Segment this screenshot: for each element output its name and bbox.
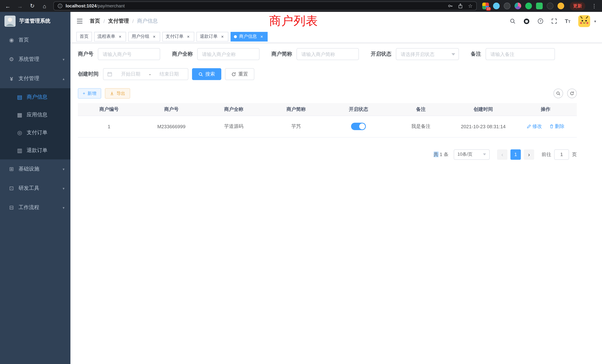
sidebar-item-label: 首页 bbox=[19, 37, 29, 43]
yen-icon: ¥ bbox=[7, 75, 16, 82]
column-header-status: 开启状态 bbox=[327, 103, 390, 116]
sidebar-item-workflow[interactable]: ⊟ 工作流程 ▾ bbox=[0, 198, 70, 217]
sidebar-toggle-icon[interactable] bbox=[76, 18, 83, 24]
tab-home[interactable]: 首页 bbox=[76, 32, 92, 41]
add-button[interactable]: + 新增 bbox=[78, 88, 101, 99]
extension-icon[interactable] bbox=[515, 3, 521, 9]
next-page-button[interactable]: › bbox=[524, 149, 534, 160]
tab-refund-order[interactable]: 退款订单 × bbox=[196, 32, 228, 41]
extension-icon[interactable] bbox=[504, 3, 510, 9]
breadcrumb: 首页 / 支付管理 / 商户信息 bbox=[90, 18, 158, 24]
page-number-button[interactable]: 1 bbox=[510, 149, 521, 160]
close-icon[interactable]: × bbox=[186, 34, 191, 39]
prev-page-button[interactable]: ‹ bbox=[497, 149, 507, 160]
url-path: /pay/merchant bbox=[97, 3, 125, 9]
browser-update-button[interactable]: 更新 bbox=[570, 2, 585, 10]
refresh-button[interactable] bbox=[567, 89, 577, 98]
home-icon[interactable]: ⌂ bbox=[41, 3, 48, 9]
github-icon[interactable] bbox=[523, 18, 529, 24]
column-header-merchant-no: 商户号 bbox=[140, 103, 203, 116]
tab-label: 用户分组 bbox=[132, 33, 149, 40]
edit-button[interactable]: 修改 bbox=[527, 123, 542, 130]
goto-page: 前往 页 bbox=[542, 149, 577, 160]
sidebar-item-system[interactable]: ⚙ 系统管理 ▾ bbox=[0, 50, 70, 69]
font-size-icon[interactable]: TT bbox=[565, 18, 570, 24]
tab-user-group[interactable]: 用户分组 × bbox=[128, 32, 160, 41]
tab-process-form[interactable]: 流程表单 × bbox=[94, 32, 126, 41]
search-icon[interactable] bbox=[509, 18, 516, 24]
toggle-search-button[interactable] bbox=[553, 89, 563, 98]
range-separator: - bbox=[149, 71, 151, 77]
browser-menu-icon[interactable]: ⋮ bbox=[591, 3, 598, 9]
full-name-input[interactable] bbox=[197, 48, 259, 60]
status-select-input[interactable] bbox=[396, 48, 459, 60]
status-select[interactable] bbox=[396, 48, 459, 60]
short-name-label: 商户简称 bbox=[271, 51, 292, 57]
sidebar-item-dev-tools[interactable]: ⊡ 研发工具 ▾ bbox=[0, 179, 70, 198]
forward-icon[interactable]: → bbox=[17, 3, 23, 9]
chevron-down-icon: ▾ bbox=[63, 167, 64, 171]
toolbox-icon: ⊡ bbox=[7, 185, 16, 192]
close-icon[interactable]: × bbox=[220, 34, 225, 39]
delete-button[interactable]: 删除 bbox=[549, 123, 564, 130]
password-key-icon[interactable] bbox=[448, 3, 453, 9]
sidebar-item-refund-order[interactable]: ▥ 退款订单 bbox=[0, 142, 70, 159]
page-content: 商户号 商户全称 商户简称 开启状态 bbox=[70, 43, 602, 364]
remark-input[interactable] bbox=[486, 48, 555, 60]
create-time-range-picker[interactable]: 开始日期 - 结束日期 bbox=[103, 68, 188, 80]
sidebar-item-pay-order[interactable]: ◎ 支付订单 bbox=[0, 124, 70, 142]
sidebar-item-infra[interactable]: ⊞ 基础设施 ▾ bbox=[0, 159, 70, 179]
cell-status bbox=[327, 116, 390, 137]
topbar: 首页 / 支付管理 / 商户信息 商户列表 ? bbox=[70, 12, 602, 30]
fullscreen-icon[interactable] bbox=[551, 18, 557, 24]
close-icon[interactable]: × bbox=[118, 34, 123, 39]
tab-merchant-info[interactable]: 商户信息 × bbox=[231, 32, 268, 41]
bookmark-star-icon[interactable]: ☆ bbox=[468, 3, 473, 9]
export-button[interactable]: 导出 bbox=[105, 88, 130, 99]
share-icon[interactable] bbox=[458, 3, 463, 9]
extension-icon[interactable] bbox=[536, 3, 543, 9]
reload-icon[interactable]: ↻ bbox=[29, 3, 36, 9]
cell-remark: 我是备注 bbox=[390, 116, 452, 137]
status-toggle[interactable] bbox=[351, 123, 366, 130]
edit-button-label: 修改 bbox=[532, 123, 542, 130]
active-tab-dot bbox=[234, 35, 237, 38]
extension-icon[interactable] bbox=[558, 3, 564, 9]
close-icon[interactable]: × bbox=[152, 34, 157, 39]
help-icon[interactable]: ? bbox=[537, 18, 543, 24]
extension-icon[interactable]: 10 bbox=[482, 3, 489, 9]
sidebar-item-home[interactable]: ◉ 首页 bbox=[0, 30, 70, 50]
sidebar-item-app-info[interactable]: ▦ 应用信息 bbox=[0, 106, 70, 124]
app-logo[interactable]: 芋道管理系统 bbox=[0, 12, 70, 30]
app-title: 芋道管理系统 bbox=[19, 18, 50, 24]
extension-icon[interactable] bbox=[493, 3, 500, 9]
close-icon[interactable]: × bbox=[259, 34, 264, 39]
extension-icon[interactable] bbox=[547, 3, 553, 9]
extension-icon[interactable] bbox=[525, 3, 532, 9]
merchant-no-input[interactable] bbox=[98, 48, 160, 60]
cell-actions: 修改 删除 bbox=[515, 116, 577, 137]
page-size-select[interactable]: 10条/页 bbox=[454, 149, 490, 160]
goto-page-input[interactable] bbox=[554, 149, 569, 160]
address-bar[interactable]: localhost:1024/pay/merchant ☆ bbox=[53, 1, 477, 10]
tab-pay-order[interactable]: 支付订单 × bbox=[162, 32, 194, 41]
site-info-icon[interactable] bbox=[57, 3, 63, 9]
start-date-placeholder: 开始日期 bbox=[116, 71, 146, 77]
reset-button[interactable]: 重置 bbox=[225, 68, 254, 80]
sidebar-item-merchant-info[interactable]: ▤ 商户信息 bbox=[0, 88, 70, 106]
search-button[interactable]: 搜索 bbox=[192, 68, 221, 80]
table-row: 1 M233666999 芋道源码 芋艿 我是备注 2021-10-23 08:… bbox=[78, 116, 577, 137]
search-button-label: 搜索 bbox=[205, 71, 215, 77]
full-name-label: 商户全称 bbox=[172, 51, 193, 57]
chevron-down-icon bbox=[483, 153, 486, 155]
breadcrumb-home[interactable]: 首页 bbox=[90, 18, 100, 24]
short-name-input[interactable] bbox=[297, 48, 359, 60]
breadcrumb-pay[interactable]: 支付管理 bbox=[108, 18, 129, 24]
cell-id: 1 bbox=[78, 116, 140, 137]
table-header-row: 商户编号 商户号 商户全称 商户简称 开启状态 备注 创建时间 操作 bbox=[78, 103, 577, 116]
avatar-caret-icon[interactable]: ▾ bbox=[594, 19, 596, 23]
delete-button-label: 删除 bbox=[555, 123, 564, 130]
back-icon[interactable]: ← bbox=[4, 3, 11, 9]
sidebar-item-pay[interactable]: ¥ 支付管理 ▴ bbox=[0, 69, 70, 88]
avatar[interactable] bbox=[578, 15, 590, 27]
